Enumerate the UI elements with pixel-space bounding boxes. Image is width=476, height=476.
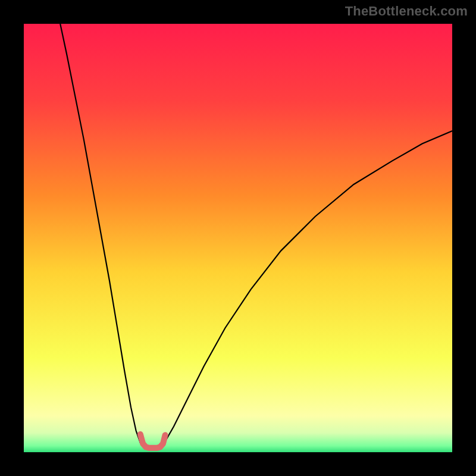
chart-background: [24, 24, 452, 452]
chart-frame: TheBottleneck.com: [0, 0, 476, 476]
watermark-text: TheBottleneck.com: [345, 4, 468, 19]
chart-plot: [24, 24, 452, 452]
